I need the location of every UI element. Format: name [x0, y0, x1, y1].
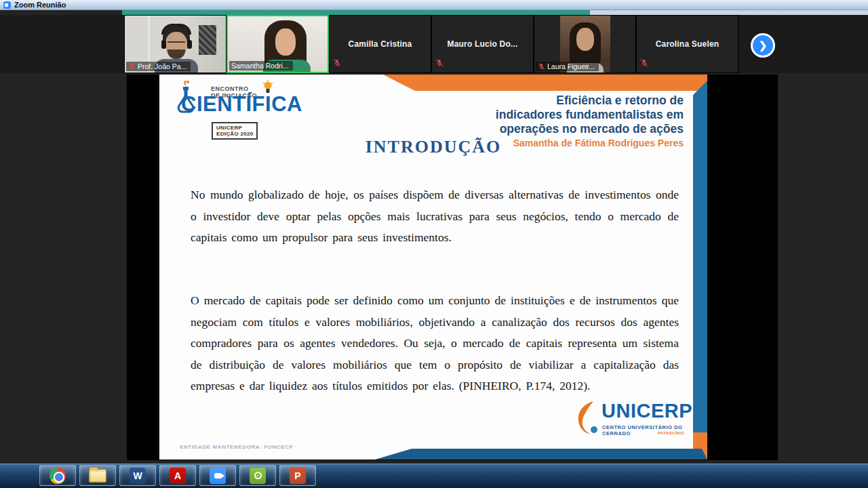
slide-right-band [693, 75, 707, 437]
slide-footer-note: ENTIDADE MANTENEDORA: FUNCECP [180, 444, 293, 450]
taskbar-chrome-button[interactable] [39, 465, 76, 486]
background-window-strip [590, 10, 868, 15]
slide-author: Samantha de Fátima Rodrigues Peres [513, 138, 684, 148]
slide-top-band [383, 75, 707, 91]
slide-paragraph: No mundo globalizado de hoje, os países … [191, 184, 679, 249]
participant-tile-name[interactable]: Mauro Lucio Do... [431, 15, 534, 73]
participant-tile-video[interactable]: Prof. João Pa... [124, 15, 226, 73]
window-titlebar: Zoom Reunião [0, 0, 868, 10]
chrome-icon [50, 468, 66, 484]
participants-strip: Prof. João Pa... Samantha Rodri... Camil… [0, 15, 868, 73]
taskbar-explorer-button[interactable] [79, 465, 116, 486]
window-title: Zoom Reunião [14, 1, 66, 9]
participant-name-label: Laura Figueir... [536, 62, 599, 71]
slide-title: Eficiência e retorno de indicadores fund… [496, 94, 684, 136]
share-border-strip [122, 10, 590, 15]
unicerp-wordmark: UNICERP [601, 400, 692, 422]
muted-mic-icon [538, 63, 545, 70]
slide-paragraph: O mercado de capitais pode ser definido … [191, 290, 679, 397]
participant-tile-name[interactable]: Camilla Cristina [329, 15, 431, 73]
taskbar-powerpoint-button[interactable]: P [279, 465, 316, 486]
muted-mic-icon [128, 63, 136, 70]
taskbar-screen-mirror-button[interactable] [239, 465, 276, 486]
participant-tile-video[interactable]: Samantha Rodri... [226, 15, 329, 73]
event-logo-title: CIENTÍFICA [181, 92, 302, 117]
participant-tile-photo[interactable]: Laura Figueir... [534, 15, 636, 73]
word-icon: W [130, 468, 146, 484]
participant-name-label: Mauro Lucio Do... [432, 16, 533, 73]
lightbulb-icon [262, 80, 273, 99]
unicerp-swoosh-icon [573, 399, 601, 438]
section-title: INTRODUÇÃO [332, 137, 535, 157]
muted-mic-icon [435, 58, 443, 70]
taskbar-word-button[interactable]: W [119, 465, 156, 486]
participant-name-label: Camilla Cristina [330, 16, 431, 73]
slide-bottom-band [375, 449, 707, 460]
taskbar-zoom-button[interactable] [199, 465, 236, 486]
zoom-camera-icon [210, 468, 226, 484]
muted-mic-icon [333, 58, 341, 70]
next-participants-button[interactable]: ❯ [751, 33, 775, 58]
presentation-slide: ENCONTRO DE INICIAÇÃO CIENTÍFICA UNICERP… [159, 75, 707, 460]
folder-icon [89, 469, 106, 483]
muted-mic-icon [640, 58, 648, 70]
chevron-right-icon: ❯ [759, 39, 768, 52]
participant-name-label: Samantha Rodri... [229, 61, 293, 70]
participant-tile-name[interactable]: Carolina Suelen [636, 15, 738, 73]
zoom-app-icon [3, 1, 11, 9]
powerpoint-icon: P [290, 468, 306, 484]
android-camera-icon [250, 468, 266, 484]
participant-name-label: Carolina Suelen [637, 16, 738, 73]
event-logo-badge: UNICERP EDIÇÃO 2020 [212, 122, 258, 140]
taskbar-acrobat-button[interactable]: A [159, 465, 196, 486]
acrobat-icon: A [170, 468, 186, 484]
participant-name-label: Prof. João Pa... [126, 62, 191, 71]
windows-taskbar: W A P ▲ [0, 464, 868, 488]
unicerp-tagline: PATROCÍNIO [602, 431, 684, 435]
zoom-meeting-window: Zoom Reunião ✕ [0, 0, 868, 488]
unicerp-logo: UNICERP CENTRO UNIVERSITÁRIO DO CERRADO … [573, 399, 688, 441]
